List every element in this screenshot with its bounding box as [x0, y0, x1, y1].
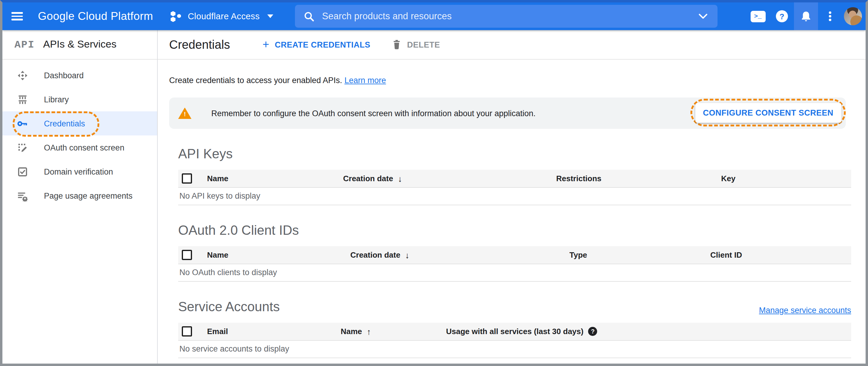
column-header-name[interactable]: Name ↑ [341, 327, 446, 336]
search-placeholder: Search products and resources [322, 11, 698, 22]
api-keys-heading: API Keys [178, 146, 851, 162]
column-header-usage[interactable]: Usage with all services (last 30 days) ? [446, 327, 851, 336]
sidebar-nav: Dashboard Library [2, 60, 157, 208]
api-keys-empty-state: No API keys to display [178, 188, 851, 205]
menu-icon[interactable] [11, 11, 23, 22]
service-accounts-headline: Service Accounts Manage service accounts [178, 282, 851, 323]
sort-desc-icon: ↓ [398, 174, 402, 183]
chevron-down-icon [268, 14, 274, 18]
consent-button-annotation: CONFIGURE CONSENT SCREEN [690, 99, 846, 126]
oauth-clients-section: OAuth 2.0 Client IDs Name Creation date … [178, 223, 851, 282]
sidebar-item-page-usage-agreements[interactable]: Page usage agreements [2, 184, 157, 208]
sidebar-item-label: Credentials [44, 119, 85, 128]
api-keys-section: API Keys Name Creation date ↓ Restrictio… [178, 146, 851, 205]
usage-help-icon[interactable]: ? [588, 327, 597, 336]
service-accounts-empty-state: No service accounts to display [178, 341, 851, 358]
cloud-shell-icon[interactable]: >_ [746, 2, 770, 30]
sort-desc-icon: ↓ [405, 250, 409, 260]
search-icon [304, 11, 314, 21]
sidebar-item-label: Dashboard [44, 71, 84, 80]
plus-icon: + [262, 38, 269, 50]
gcp-logo[interactable]: Google Cloud Platform [38, 2, 153, 30]
column-header-creation-date[interactable]: Creation date ↓ [350, 250, 569, 260]
service-accounts-section: Service Accounts Manage service accounts… [178, 282, 851, 358]
more-options-icon[interactable] [818, 2, 842, 30]
consent-warning-banner: ! Remember to configure the OAuth consen… [169, 97, 846, 129]
domain-verification-icon [17, 166, 28, 177]
sidebar-item-label: Domain verification [44, 167, 113, 176]
top-navigation-bar: Google Cloud Platform Cloudflare Access … [2, 2, 866, 30]
select-all-checkbox[interactable] [182, 250, 192, 260]
project-name: Cloudflare Access [188, 11, 260, 21]
sidebar-item-label: Page usage agreements [44, 191, 132, 200]
search-input[interactable]: Search products and resources [295, 5, 717, 28]
trash-icon [392, 39, 402, 50]
api-keys-table-header: Name Creation date ↓ Restrictions Key [178, 170, 851, 188]
screen: Google Cloud Platform Cloudflare Access … [0, 0, 868, 366]
search-chevron-down-icon[interactable] [698, 13, 708, 19]
sidebar-item-library[interactable]: Library [2, 87, 157, 111]
column-header-email[interactable]: Email [207, 327, 341, 336]
page-content: Create credentials to access your enable… [158, 60, 866, 366]
sidebar-header: API APIs & Services [2, 30, 157, 60]
account-avatar[interactable] [844, 7, 862, 25]
consent-icon [17, 142, 28, 153]
key-icon [17, 118, 28, 129]
service-accounts-heading: Service Accounts [178, 299, 280, 315]
page-title: Credentials [169, 38, 230, 52]
sidebar-title: APIs & Services [43, 38, 117, 51]
learn-more-link[interactable]: Learn more [344, 76, 386, 85]
intro-sentence: Create credentials to access your enable… [169, 76, 342, 85]
page-header: Credentials + CREATE CREDENTIALS DELETE [158, 30, 866, 60]
service-accounts-table-header: Email Name ↑ Usage with all services (la… [178, 323, 851, 341]
page-usage-icon [17, 190, 28, 201]
dashboard-icon [17, 69, 28, 81]
column-header-restrictions[interactable]: Restrictions [556, 174, 721, 183]
sort-asc-icon: ↑ [367, 327, 371, 336]
sidebar-item-dashboard[interactable]: Dashboard [2, 63, 157, 87]
main-panel: Credentials + CREATE CREDENTIALS DELETE [158, 30, 866, 366]
intro-text: Create credentials to access your enable… [169, 76, 866, 85]
warning-text: Remember to configure the OAuth consent … [211, 109, 536, 118]
create-credentials-button[interactable]: + CREATE CREDENTIALS [262, 39, 370, 50]
library-icon [17, 94, 28, 105]
select-all-checkbox[interactable] [182, 173, 192, 184]
sidebar-item-domain-verification[interactable]: Domain verification [2, 159, 157, 184]
oauth-clients-empty-state: No OAuth clients to display [178, 264, 851, 282]
help-icon[interactable]: ? [770, 2, 794, 30]
oauth-clients-heading: OAuth 2.0 Client IDs [178, 223, 851, 238]
sidebar-item-oauth-consent-screen[interactable]: OAuth consent screen [2, 135, 157, 159]
sidebar: API APIs & Services [2, 30, 158, 366]
sidebar-item-label: Library [44, 95, 69, 104]
column-header-client-id[interactable]: Client ID [710, 250, 851, 260]
delete-button[interactable]: DELETE [392, 39, 440, 50]
sidebar-item-label: OAuth consent screen [44, 143, 124, 152]
configure-consent-screen-button[interactable]: CONFIGURE CONSENT SCREEN [695, 103, 841, 122]
project-icon [170, 10, 182, 23]
column-header-name[interactable]: Name [207, 174, 343, 183]
oauth-clients-table-header: Name Creation date ↓ Type Client ID [178, 246, 851, 264]
project-selector[interactable]: Cloudflare Access [170, 2, 274, 30]
column-header-creation-date[interactable]: Creation date ↓ [343, 174, 556, 183]
sidebar-item-credentials[interactable]: Credentials [2, 111, 157, 135]
column-header-type[interactable]: Type [569, 250, 710, 260]
notifications-bell-icon[interactable] [794, 2, 818, 30]
warning-icon: ! [178, 108, 191, 119]
browser-viewport: Google Cloud Platform Cloudflare Access … [0, 0, 868, 366]
body: API APIs & Services [2, 30, 866, 366]
column-header-name[interactable]: Name [207, 250, 350, 260]
topbar-actions: >_ ? [746, 2, 862, 30]
api-logo: API [14, 39, 35, 50]
select-all-checkbox[interactable] [182, 326, 192, 336]
column-header-key[interactable]: Key [721, 174, 851, 183]
manage-service-accounts-link[interactable]: Manage service accounts [759, 306, 851, 315]
